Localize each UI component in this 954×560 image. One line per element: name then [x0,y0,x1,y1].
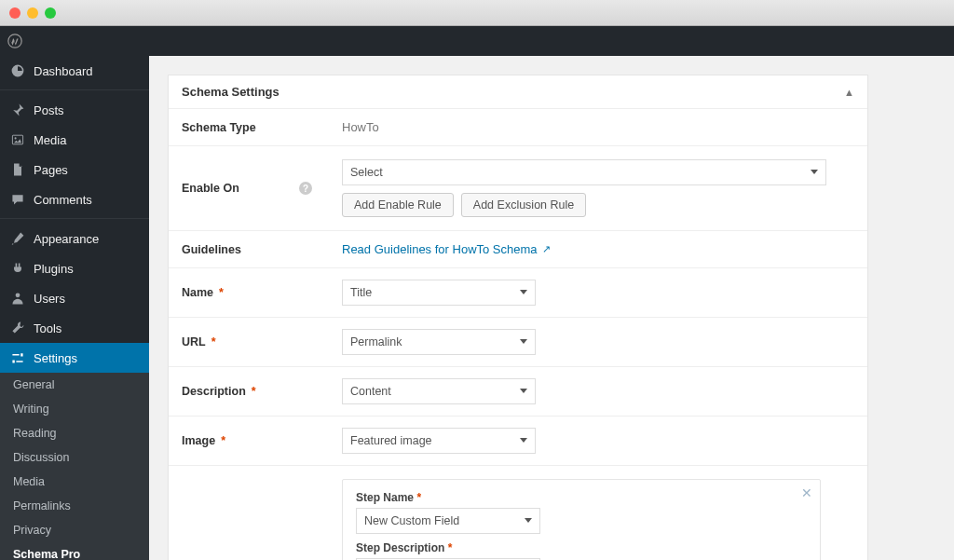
sidebar-item-posts[interactable]: Posts [0,95,149,125]
menu-separator [0,86,149,90]
window-close-dot[interactable] [9,7,20,19]
step-item-box: ✕ Step Name * New Custom Field Step Desc… [342,479,821,560]
submenu-item-media[interactable]: Media [0,470,149,494]
window-zoom-dot[interactable] [45,7,56,19]
sidebar-item-appearance[interactable]: Appearance [0,224,149,253]
wrench-icon [9,320,26,336]
guidelines-link[interactable]: Read Guidelines for HowTo Schema ↗ [342,242,551,256]
url-label: URL [182,335,206,348]
sidebar-item-label: Appearance [34,232,99,246]
plug-icon [9,260,26,277]
sidebar-item-label: Tools [34,321,61,335]
window-minimize-dot[interactable] [27,7,38,19]
window-titlebar [0,0,954,26]
url-select[interactable]: Permalink [342,329,536,355]
sidebar-item-label: Posts [34,103,64,117]
media-icon [9,131,26,148]
row-schema-type: Schema Type HowTo [169,109,867,146]
row-image: Image* Featured image [169,417,867,466]
dashboard-icon [9,62,26,79]
row-description: Description* Content [169,367,867,417]
submenu-item-privacy[interactable]: Privacy [0,518,149,542]
image-label: Image [182,434,215,447]
submenu-item-discussion[interactable]: Discussion [0,445,149,470]
help-icon[interactable]: ? [299,182,312,195]
external-link-icon: ↗ [542,243,551,255]
row-steps: Steps ✕ Step Name * New Custom Field Ste… [169,466,867,560]
row-guidelines: Guidelines Read Guidelines for HowTo Sch… [169,231,867,268]
step-name-label: Step Name [356,491,414,504]
schema-type-value: HowTo [342,120,379,134]
description-select[interactable]: Content [342,378,536,404]
required-indicator: * [211,335,216,348]
description-label: Description [182,385,246,398]
svg-point-2 [15,137,17,139]
panel-title: Schema Settings [182,85,279,99]
page-icon [9,161,26,178]
enable-on-label: Enable On [182,182,239,195]
sidebar-item-users[interactable]: Users [0,283,149,313]
add-enable-rule-button[interactable]: Add Enable Rule [342,193,454,217]
row-name: Name* Title [169,268,867,318]
sidebar-item-label: Comments [34,193,92,207]
required-indicator: * [252,385,256,398]
sidebar-item-settings[interactable]: Settings [0,343,149,373]
sidebar-item-label: Media [34,133,66,147]
remove-step-button[interactable]: ✕ [801,485,812,500]
guidelines-link-text: Read Guidelines for HowTo Schema [342,242,538,256]
settings-submenu: General Writing Reading Discussion Media… [0,373,149,560]
enable-on-select[interactable]: Select [342,159,826,185]
sidebar-item-label: Pages [34,163,68,177]
sidebar-item-dashboard[interactable]: Dashboard [0,56,149,86]
sidebar-item-plugins[interactable]: Plugins [0,253,149,283]
guidelines-label: Guidelines [182,243,241,256]
name-label: Name [182,286,213,299]
comment-icon [9,191,26,208]
sliders-icon [9,349,26,366]
brush-icon [9,230,26,247]
submenu-item-permalinks[interactable]: Permalinks [0,494,149,518]
submenu-item-writing[interactable]: Writing [0,397,149,421]
submenu-item-reading[interactable]: Reading [0,421,149,445]
svg-point-3 [16,293,20,297]
required-indicator: * [219,286,224,299]
step-name-select[interactable]: New Custom Field [356,508,540,534]
wordpress-logo-icon[interactable] [0,26,30,56]
user-icon [9,290,26,307]
panel-header: Schema Settings ▲ [169,75,867,109]
main-content: Schema Settings ▲ Schema Type HowTo Enab… [149,26,954,560]
sidebar-item-comments[interactable]: Comments [0,184,149,214]
menu-separator [0,214,149,219]
sidebar-item-tools[interactable]: Tools [0,313,149,343]
step-description-label: Step Description [356,541,444,554]
admin-sidebar: Dashboard Posts Media Pages Comments App… [0,26,149,560]
add-exclusion-rule-button[interactable]: Add Exclusion Rule [461,193,586,217]
required-indicator: * [416,491,421,504]
sidebar-item-media[interactable]: Media [0,125,149,155]
sidebar-item-label: Users [34,292,65,306]
svg-point-0 [8,34,21,48]
panel-collapse-toggle[interactable]: ▲ [844,87,854,98]
schema-type-label: Schema Type [182,121,256,134]
required-indicator: * [221,434,225,447]
pin-icon [9,102,26,118]
submenu-item-general[interactable]: General [0,373,149,397]
sidebar-item-label: Settings [34,351,77,365]
submenu-item-schema-pro[interactable]: Schema Pro [0,542,149,560]
sidebar-item-pages[interactable]: Pages [0,155,149,184]
image-select[interactable]: Featured image [342,428,536,454]
sidebar-item-label: Dashboard [34,64,93,78]
required-indicator: * [448,541,453,554]
name-select[interactable]: Title [342,280,536,306]
row-url: URL* Permalink [169,318,867,367]
schema-settings-panel: Schema Settings ▲ Schema Type HowTo Enab… [168,75,868,560]
svg-rect-1 [12,135,22,144]
row-enable-on: Enable On ? Select Add Enable Rule Add E… [169,146,867,231]
admin-top-bar [0,26,954,56]
sidebar-item-label: Plugins [34,262,74,276]
